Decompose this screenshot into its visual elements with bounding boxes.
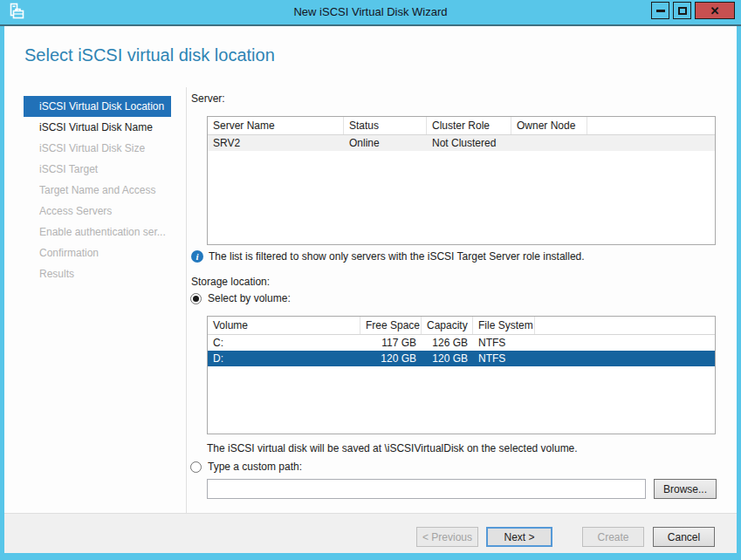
titlebar: New iSCSI Virtual Disk Wizard ✕ — [0, 0, 741, 24]
cell-capacity: 126 GB — [422, 335, 473, 351]
page-title: Select iSCSI virtual disk location — [24, 45, 275, 65]
close-button[interactable]: ✕ — [695, 2, 735, 19]
close-icon: ✕ — [710, 5, 720, 17]
cell-empty — [535, 335, 715, 351]
maximize-button[interactable] — [673, 2, 691, 19]
volume-table-header: Volume Free Space Capacity File System — [208, 317, 715, 335]
cell-empty — [587, 135, 715, 151]
storage-location-label: Storage location: — [191, 276, 270, 288]
filter-info-text: The list is filtered to show only server… — [209, 250, 585, 263]
step-iscsi-virtual-disk-name[interactable]: iSCSI Virtual Disk Name — [24, 117, 171, 138]
cell-free-space: 120 GB — [360, 351, 422, 366]
select-by-volume-label: Select by volume: — [208, 292, 291, 304]
cell-free-space: 117 GB — [360, 335, 422, 351]
type-custom-path-label: Type a custom path: — [208, 461, 302, 473]
column-header-free-space[interactable]: Free Space — [360, 317, 422, 334]
save-location-note: The iSCSI virtual disk will be saved at … — [207, 442, 578, 454]
sidebar-divider — [186, 87, 187, 541]
select-by-volume-radio[interactable]: Select by volume: — [190, 292, 291, 304]
column-header-volume[interactable]: Volume — [208, 317, 360, 334]
footer-bar: < Previous Next > Create Cancel — [4, 513, 737, 553]
minimize-button[interactable] — [651, 2, 669, 19]
cell-file-system: NTFS — [473, 335, 535, 351]
column-header-empty — [587, 117, 715, 134]
browse-button[interactable]: Browse... — [654, 479, 717, 499]
table-row-volume-c[interactable]: C: 117 GB 126 GB NTFS — [208, 335, 715, 351]
window-controls: ✕ — [648, 2, 735, 19]
cell-cluster-role: Not Clustered — [427, 135, 511, 151]
column-header-status[interactable]: Status — [344, 117, 427, 134]
create-button[interactable]: Create — [582, 527, 644, 547]
maximize-icon — [678, 7, 687, 15]
table-row-volume-d[interactable]: D: 120 GB 120 GB NTFS — [208, 351, 715, 366]
next-button[interactable]: Next > — [486, 527, 552, 547]
info-icon: i — [191, 250, 203, 263]
cell-server-name: SRV2 — [208, 135, 344, 151]
radio-unselected-icon[interactable] — [190, 461, 202, 473]
type-custom-path-radio[interactable]: Type a custom path: — [190, 461, 302, 473]
wizard-window: New iSCSI Virtual Disk Wizard ✕ Select i… — [0, 0, 741, 560]
radio-selected-icon[interactable] — [190, 293, 202, 304]
cancel-button[interactable]: Cancel — [653, 527, 715, 547]
table-row-server-srv2[interactable]: SRV2 Online Not Clustered — [208, 135, 715, 151]
cell-status: Online — [344, 135, 427, 151]
column-header-capacity[interactable]: Capacity — [422, 317, 473, 334]
step-access-servers[interactable]: Access Servers — [24, 201, 171, 222]
server-list: Server Name Status Cluster Role Owner No… — [207, 116, 716, 245]
wizard-steps-nav: iSCSI Virtual Disk Location iSCSI Virtua… — [24, 96, 171, 284]
column-header-owner-node[interactable]: Owner Node — [511, 117, 587, 134]
cell-volume: C: — [208, 335, 360, 351]
server-label: Server: — [191, 92, 225, 105]
column-header-empty — [535, 317, 715, 334]
cell-file-system: NTFS — [473, 351, 535, 366]
previous-button[interactable]: < Previous — [416, 527, 478, 547]
step-enable-authentication[interactable]: Enable authentication ser... — [24, 222, 171, 242]
window-title: New iSCSI Virtual Disk Wizard — [0, 0, 741, 24]
column-header-file-system[interactable]: File System — [473, 317, 535, 334]
wizard-content: Select iSCSI virtual disk location iSCSI… — [4, 26, 737, 553]
cell-empty — [535, 351, 715, 366]
step-confirmation[interactable]: Confirmation — [24, 242, 171, 263]
column-header-server-name[interactable]: Server Name — [208, 117, 344, 134]
custom-path-input[interactable] — [207, 479, 646, 499]
step-results[interactable]: Results — [24, 263, 171, 284]
column-header-cluster-role[interactable]: Cluster Role — [427, 117, 511, 134]
minimize-icon — [656, 10, 665, 12]
cell-capacity: 120 GB — [422, 351, 473, 366]
filter-info: i The list is filtered to show only serv… — [191, 250, 585, 263]
step-iscsi-virtual-disk-size[interactable]: iSCSI Virtual Disk Size — [24, 138, 171, 159]
cell-owner-node — [511, 135, 587, 151]
volume-list: Volume Free Space Capacity File System C… — [207, 316, 716, 434]
server-table-header: Server Name Status Cluster Role Owner No… — [208, 117, 715, 135]
step-iscsi-virtual-disk-location[interactable]: iSCSI Virtual Disk Location — [24, 96, 171, 117]
step-target-name-and-access[interactable]: Target Name and Access — [24, 180, 171, 201]
step-iscsi-target[interactable]: iSCSI Target — [24, 159, 171, 180]
cell-volume: D: — [208, 351, 360, 366]
